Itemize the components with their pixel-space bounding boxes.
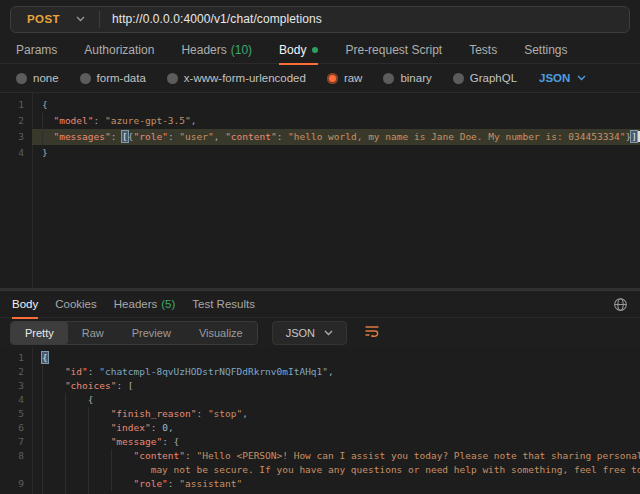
code-token: "Hello <PERSON>! How can I assist you to… <box>196 450 640 461</box>
body-mode-label: form-data <box>97 72 146 84</box>
response-tab-test-results[interactable]: Test Results <box>192 291 255 319</box>
line-number: 1 <box>0 97 32 113</box>
line-number: 2 <box>0 113 32 129</box>
indent-guide-line <box>42 435 43 449</box>
radio-icon <box>167 73 178 84</box>
indent-guide-line <box>65 393 66 407</box>
tab-pre-request-script[interactable]: Pre-request Script <box>345 38 442 65</box>
tab-authorization[interactable]: Authorization <box>84 38 154 65</box>
method-selector[interactable]: POST <box>11 13 99 25</box>
request-body-editor[interactable]: 1{2 "model": "azure-gpt-3.5",3 "messages… <box>0 92 640 290</box>
url-input[interactable]: http://0.0.0.0:4000/v1/chat/completions <box>112 12 322 26</box>
code-token: { <box>174 436 180 447</box>
view-mode-raw[interactable]: Raw <box>68 322 118 344</box>
indent-guide-line <box>65 463 66 477</box>
indent-guide-line <box>65 449 66 463</box>
wrap-text-button[interactable] <box>361 321 383 345</box>
tab-count-badge: (5) <box>161 298 175 310</box>
body-mode-list: noneform-datax-www-form-urlencodedrawbin… <box>16 72 517 84</box>
body-mode-form-data[interactable]: form-data <box>80 72 146 84</box>
view-mode-preview[interactable]: Preview <box>118 322 185 344</box>
code-token: "message" <box>111 436 162 447</box>
code-line: 5 "finish_reason": "stop", <box>0 407 640 421</box>
code-token: "role" <box>134 131 168 142</box>
code-text: "choices": [ <box>32 379 640 393</box>
body-mode-row: noneform-datax-www-form-urlencodedrawbin… <box>0 64 640 92</box>
radio-icon <box>80 73 91 84</box>
indent-guide-line <box>42 113 43 129</box>
view-mode-pretty[interactable]: Pretty <box>11 322 68 344</box>
body-mode-label: x-www-form-urlencoded <box>184 72 306 84</box>
code-line: 3 "choices": [ <box>0 379 640 393</box>
code-token: "azure-gpt-3.5" <box>105 115 191 126</box>
response-tabs: BodyCookiesHeaders(5)Test Results <box>0 290 640 318</box>
response-view-row: PrettyRawPreviewVisualize JSON <box>0 318 640 348</box>
line-number: 5 <box>0 407 32 421</box>
code-text: "role": "assistant" <box>32 477 640 491</box>
code-text: "model": "azure-gpt-3.5", <box>32 113 640 129</box>
code-token: : <box>196 408 207 419</box>
response-tab-headers[interactable]: Headers(5) <box>114 291 176 319</box>
code-text: "finish_reason": "stop", <box>32 407 640 421</box>
radio-icon <box>16 73 27 84</box>
body-mode-none[interactable]: none <box>16 72 59 84</box>
code-token: "id" <box>65 366 88 377</box>
response-language-selector[interactable]: JSON <box>272 321 347 345</box>
indent-guide-line <box>42 129 43 145</box>
request-language-selector[interactable]: JSON <box>539 72 586 84</box>
body-mode-label: GraphQL <box>470 72 517 84</box>
code-token: "content" <box>225 131 276 142</box>
body-mode-label: none <box>33 72 59 84</box>
chevron-down-icon <box>324 330 333 336</box>
tab-tests[interactable]: Tests <box>469 38 497 65</box>
code-token: [ <box>128 380 134 391</box>
response-tab-cookies[interactable]: Cookies <box>55 291 97 319</box>
indent-guide-line <box>42 379 43 393</box>
code-line: 1{ <box>0 351 640 365</box>
tab-label: Headers <box>181 43 226 57</box>
code-line: 2 "id": "chatcmpl-8qvUzHODstrNQFDdRkrnv0… <box>0 365 640 379</box>
code-token: ] <box>631 131 637 142</box>
indent-guide-line <box>88 449 89 463</box>
body-mode-graphql[interactable]: GraphQL <box>453 72 517 84</box>
code-token <box>42 366 65 377</box>
request-language-label: JSON <box>539 72 570 84</box>
response-tab-body[interactable]: Body <box>12 291 38 319</box>
code-token: "content" <box>134 450 185 461</box>
tab-settings[interactable]: Settings <box>524 38 567 65</box>
tab-headers[interactable]: Headers(10) <box>181 38 252 65</box>
unsaved-dot-icon <box>312 47 318 53</box>
tab-params[interactable]: Params <box>16 38 57 65</box>
response-body-editor[interactable]: 1{2 "id": "chatcmpl-8qvUzHODstrNQFDdRkrn… <box>0 348 640 494</box>
code-token: : <box>162 436 173 447</box>
indent-guide-line <box>88 477 89 491</box>
line-number: 3 <box>0 129 32 145</box>
body-mode-raw[interactable]: raw <box>327 72 363 84</box>
chevron-down-icon <box>76 16 85 22</box>
tab-body[interactable]: Body <box>279 38 318 65</box>
code-token: : <box>168 131 179 142</box>
tab-label: Tests <box>469 43 497 57</box>
tab-label: Headers <box>114 298 157 310</box>
indent-guide-line <box>88 435 89 449</box>
code-text: { <box>32 351 640 365</box>
code-token <box>42 131 53 142</box>
text-cursor-icon <box>638 131 640 142</box>
code-token: : <box>111 131 122 142</box>
code-token: "finish_reason" <box>111 408 197 419</box>
code-token: , <box>328 366 334 377</box>
radio-icon <box>383 73 394 84</box>
code-token: "hello world, my name is Jane Doe. My nu… <box>288 131 625 142</box>
indent-guide-line <box>65 435 66 449</box>
view-mode-visualize[interactable]: Visualize <box>185 322 257 344</box>
indent-guide-line <box>42 393 43 407</box>
body-mode-binary[interactable]: binary <box>383 72 431 84</box>
open-in-browser-button[interactable] <box>613 291 628 316</box>
indent-guide-line <box>42 421 43 435</box>
tab-label: Params <box>16 43 57 57</box>
tab-label: Body <box>12 298 38 310</box>
code-token <box>42 115 53 126</box>
request-tabs: ParamsAuthorizationHeaders(10)BodyPre-re… <box>0 38 640 64</box>
request-url-row: POST http://0.0.0.0:4000/v1/chat/complet… <box>0 0 640 38</box>
body-mode-x-www-form-urlencoded[interactable]: x-www-form-urlencoded <box>167 72 306 84</box>
